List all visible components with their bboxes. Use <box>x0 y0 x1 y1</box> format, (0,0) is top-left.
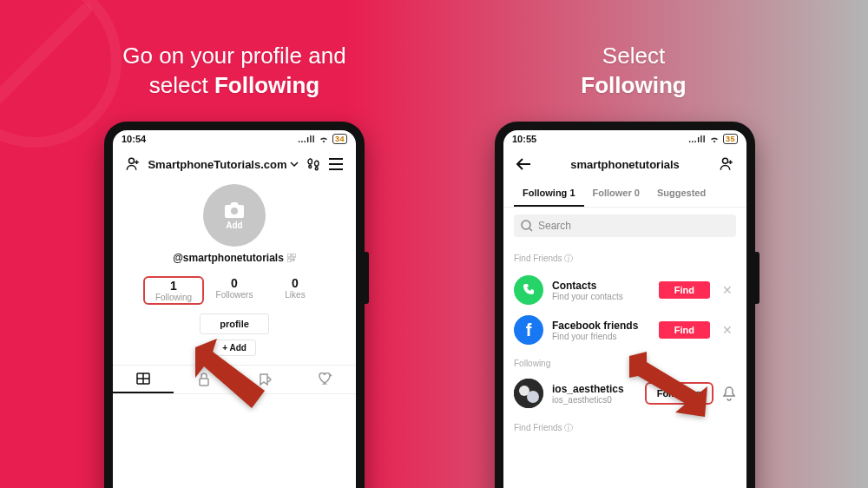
user-avatar[interactable] <box>514 379 543 408</box>
search-placeholder: Search <box>538 220 571 232</box>
tab-liked[interactable] <box>295 366 356 393</box>
tab-grid[interactable] <box>113 366 174 393</box>
profile-stats: 1 Following 0 Followers 0 Likes <box>113 271 356 310</box>
facebook-dismiss[interactable]: ✕ <box>719 323 736 337</box>
bookmark-icon <box>258 373 272 386</box>
stat-likes-num: 0 <box>265 276 326 290</box>
back-button[interactable] <box>514 155 533 174</box>
svg-rect-4 <box>287 259 291 262</box>
phone-frame-2: 10:55 ...ıll 35 smartphonetutorials Foll… <box>495 122 755 488</box>
profile-title-dropdown[interactable]: SmartphoneTutorials.com <box>148 158 298 171</box>
add-bio-button[interactable]: + Add <box>213 340 256 356</box>
hamburger-icon[interactable] <box>326 155 345 174</box>
caption-right-bold: Following <box>581 72 686 98</box>
tab-suggested[interactable]: Suggested <box>648 181 714 207</box>
contacts-dismiss[interactable]: ✕ <box>719 283 736 297</box>
qr-icon <box>287 254 296 262</box>
search-icon <box>521 220 533 232</box>
contacts-find-button[interactable]: Find <box>659 281 710 299</box>
stat-followers[interactable]: 0 Followers <box>204 276 265 305</box>
user-name: ios_aesthetics <box>552 383 636 395</box>
caption-right-line1: Select <box>602 43 665 69</box>
add-friend-icon[interactable] <box>717 155 736 174</box>
facebook-subtitle: Find your friends <box>552 332 650 341</box>
handle-text: @smartphonetutorials <box>173 252 284 264</box>
user-handle: ios_aesthetics0 <box>552 395 636 405</box>
stat-followers-lbl: Followers <box>204 290 265 300</box>
tab-followers[interactable]: Follower 0 <box>584 181 648 207</box>
status-time: 10:55 <box>512 134 536 144</box>
find-friends-label-2: Find Friends ⓘ <box>503 413 746 439</box>
contacts-info: Contacts Find your contacts <box>552 280 650 301</box>
edit-profile-button[interactable]: profile <box>200 313 269 334</box>
follow-tabs: Following 1 Follower 0 Suggested <box>503 181 746 208</box>
stat-following-lbl: Following <box>148 293 199 302</box>
status-right: ...ıll 35 <box>688 134 738 144</box>
tab-private[interactable] <box>174 366 234 393</box>
caption-right: Select Following <box>529 42 738 101</box>
svg-point-11 <box>522 221 530 229</box>
tab-following[interactable]: Following 1 <box>514 181 584 207</box>
svg-rect-5 <box>293 259 294 260</box>
empty-state <box>113 394 356 488</box>
svg-rect-6 <box>200 379 208 386</box>
facebook-info: Facebook friends Find your friends <box>552 320 650 341</box>
heart-icon <box>319 373 332 385</box>
signal-icon: ...ıll <box>688 135 706 144</box>
following-button[interactable]: Following <box>645 382 713 405</box>
caption-left-bold: Following <box>214 72 319 98</box>
profile-content-tabs <box>113 365 356 394</box>
avatar-add[interactable]: Add <box>203 184 266 247</box>
profile-title: SmartphoneTutorials.com <box>148 158 286 171</box>
profile-handle[interactable]: @smartphonetutorials <box>173 252 296 264</box>
svg-point-0 <box>129 158 135 163</box>
stat-followers-num: 0 <box>204 276 265 290</box>
wifi-icon <box>709 135 720 143</box>
avatar-add-label: Add <box>226 221 242 230</box>
following-user-row: ios_aesthetics ios_aesthetics0 Following <box>503 373 746 413</box>
contacts-icon <box>514 275 543 305</box>
facebook-find-button[interactable]: Find <box>659 321 710 339</box>
stat-likes[interactable]: 0 Likes <box>265 276 326 305</box>
stat-following-num: 1 <box>148 279 199 293</box>
arrow-left-icon <box>516 158 531 170</box>
status-bar: 10:54 ...ıll 34 <box>113 130 356 148</box>
svg-point-1 <box>231 208 238 214</box>
profile-buttons: profile + Add <box>113 310 356 365</box>
screen-1: 10:54 ...ıll 34 SmartphoneTutorials.com <box>113 130 356 488</box>
tab-bookmarks[interactable] <box>234 366 295 393</box>
facebook-title: Facebook friends <box>552 320 650 332</box>
facebook-icon: f <box>514 315 543 345</box>
contacts-row: Contacts Find your contacts Find ✕ <box>503 270 746 310</box>
stat-likes-lbl: Likes <box>265 290 326 300</box>
svg-rect-3 <box>293 254 296 257</box>
add-friend-icon[interactable] <box>123 155 142 174</box>
status-time: 10:54 <box>122 134 146 144</box>
caption-left-prefix: select <box>149 72 214 98</box>
camera-icon <box>224 201 245 219</box>
contacts-subtitle: Find your contacts <box>552 292 650 301</box>
svg-point-10 <box>723 158 728 163</box>
svg-rect-2 <box>287 254 291 257</box>
caption-left-line1: Go on your profile and <box>122 43 345 69</box>
page-title: smartphonetutorials <box>570 158 680 171</box>
screen-2: 10:55 ...ıll 35 smartphonetutorials Foll… <box>503 130 746 488</box>
find-friends-label: Find Friends ⓘ <box>503 244 746 270</box>
stat-following[interactable]: 1 Following <box>143 276 204 305</box>
contacts-title: Contacts <box>552 280 650 292</box>
footprint-icon[interactable] <box>304 155 323 174</box>
following-section-label: Following <box>503 350 746 373</box>
status-right: ...ıll 34 <box>298 134 347 144</box>
caption-left: Go on your profile and select Following <box>87 42 382 101</box>
following-topbar: smartphonetutorials <box>503 148 746 181</box>
battery-icon: 34 <box>332 134 347 144</box>
facebook-row: f Facebook friends Find your friends Fin… <box>503 310 746 350</box>
phone-frame-1: 10:54 ...ıll 34 SmartphoneTutorials.com <box>104 122 365 488</box>
search-input[interactable]: Search <box>514 214 736 237</box>
chevron-down-icon <box>290 160 299 168</box>
notification-bell-icon[interactable] <box>722 386 736 401</box>
user-info[interactable]: ios_aesthetics ios_aesthetics0 <box>552 383 636 405</box>
status-bar: 10:55 ...ıll 35 <box>503 130 746 148</box>
grid-icon <box>136 373 150 385</box>
battery-icon: 35 <box>723 134 738 144</box>
